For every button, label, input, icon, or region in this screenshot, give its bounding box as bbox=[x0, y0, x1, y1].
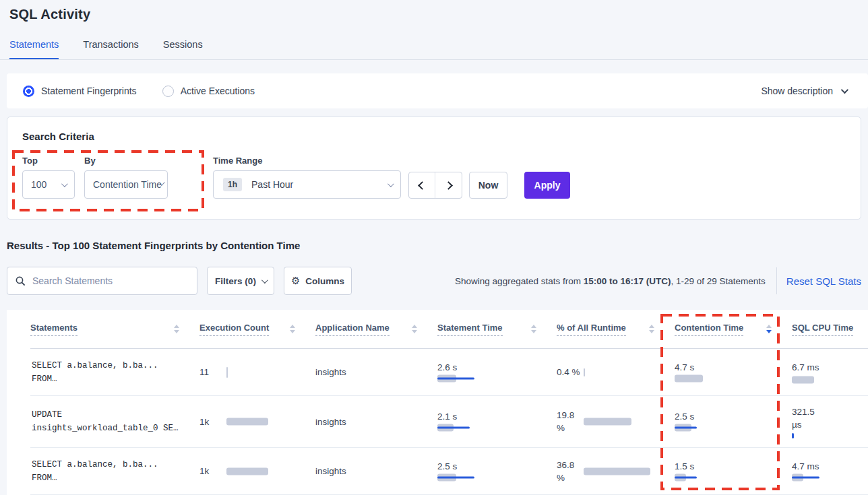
execution-count-cell: 1k bbox=[199, 417, 315, 427]
runtime-pct-cell: 0.4 % bbox=[557, 366, 675, 378]
tab-sessions[interactable]: Sessions bbox=[163, 39, 203, 59]
tab-bar: Statements Transactions Sessions bbox=[9, 39, 203, 59]
time-next-button[interactable] bbox=[435, 172, 462, 198]
show-description-toggle[interactable]: Show description bbox=[761, 73, 846, 108]
sql-cpu-time-cell: 321.5µs bbox=[792, 405, 868, 438]
show-description-label: Show description bbox=[761, 86, 833, 96]
now-button[interactable]: Now bbox=[469, 172, 507, 199]
radio-label: Active Executions bbox=[181, 86, 255, 96]
chevron-left-icon bbox=[418, 181, 427, 190]
application-name-cell: insights bbox=[315, 417, 437, 427]
statement-search-box bbox=[7, 267, 197, 295]
statement-fingerprint[interactable]: UPDATEinsights_workload_table_0 SE… bbox=[30, 408, 199, 435]
filters-button[interactable]: Filters (0) bbox=[207, 267, 274, 295]
by-select-value: Contention Time bbox=[85, 179, 162, 190]
columns-label: Columns bbox=[305, 276, 344, 286]
execution-count-cell: 11 bbox=[199, 367, 315, 377]
top-select-value: 100 bbox=[23, 179, 61, 190]
search-criteria-title: Search Criteria bbox=[22, 131, 94, 142]
radio-active-executions[interactable]: Active Executions bbox=[162, 86, 255, 97]
reset-sql-stats-link[interactable]: Reset SQL Stats bbox=[786, 275, 861, 287]
chevron-down-icon bbox=[841, 86, 848, 94]
filters-label: Filters (0) bbox=[215, 276, 256, 286]
statements-table: Statements Execution Count Application N… bbox=[7, 310, 868, 495]
radio-selected-icon[interactable] bbox=[23, 86, 34, 97]
sort-icon[interactable] bbox=[531, 325, 536, 333]
table-row[interactable]: UPDATEinsights_workload_table_0 SE… 1k i… bbox=[30, 396, 868, 448]
chevron-right-icon bbox=[444, 181, 453, 190]
top-label: Top bbox=[22, 156, 38, 166]
chevron-down-icon bbox=[261, 277, 268, 284]
statement-fingerprint[interactable]: SELECT a.balance, b.ba...FROM… bbox=[30, 458, 199, 485]
statement-time-cell: 2.5 s bbox=[437, 461, 557, 482]
time-range-badge: 1h bbox=[223, 178, 242, 191]
table-header-row: Statements Execution Count Application N… bbox=[30, 310, 868, 349]
column-header-execution-count[interactable]: Execution Count bbox=[199, 323, 315, 336]
top-select[interactable]: 100 bbox=[22, 170, 75, 199]
tab-statements[interactable]: Statements bbox=[9, 39, 59, 59]
time-range-value: Past Hour bbox=[242, 179, 388, 190]
table-row[interactable]: SELECT a.balance, b.ba...FROM… 1k insigh… bbox=[30, 448, 868, 495]
results-heading: Results - Top 100 Statement Fingerprints… bbox=[7, 240, 300, 251]
showing-stats-text: Showing aggregated stats from 15:00 to 1… bbox=[455, 276, 766, 286]
radio-unselected-icon[interactable] bbox=[162, 86, 174, 97]
chevron-down-icon bbox=[61, 180, 68, 187]
by-label: By bbox=[84, 156, 96, 166]
radio-statement-fingerprints[interactable]: Statement Fingerprints bbox=[23, 86, 137, 97]
time-nav-group bbox=[408, 172, 462, 199]
time-range-label: Time Range bbox=[213, 156, 262, 166]
vertical-divider bbox=[776, 267, 777, 294]
search-criteria-panel: Search Criteria Top 100 By Contention Ti… bbox=[7, 117, 861, 220]
contention-time-cell: 2.5 s bbox=[675, 411, 792, 432]
sort-icon[interactable] bbox=[412, 325, 417, 333]
table-row[interactable]: SELECT a.balance, b.ba...FROM… 11 insigh… bbox=[30, 349, 868, 396]
stats-summary: Showing aggregated stats from 15:00 to 1… bbox=[455, 267, 861, 295]
apply-button[interactable]: Apply bbox=[524, 172, 570, 199]
column-header-application-name[interactable]: Application Name bbox=[315, 323, 437, 336]
time-range-select[interactable]: 1h Past Hour bbox=[213, 170, 401, 199]
runtime-pct-cell: 36.8% bbox=[557, 459, 675, 484]
view-mode-panel: Statement Fingerprints Active Executions… bbox=[7, 73, 868, 108]
tab-transactions[interactable]: Transactions bbox=[83, 39, 138, 59]
statement-time-cell: 2.1 s bbox=[437, 411, 557, 432]
statement-fingerprint[interactable]: SELECT a.balance, b.ba...FROM… bbox=[30, 359, 199, 386]
application-name-cell: insights bbox=[315, 367, 437, 377]
search-input[interactable] bbox=[26, 275, 197, 286]
runtime-pct-cell: 19.8% bbox=[557, 409, 675, 434]
chevron-down-icon bbox=[388, 180, 394, 187]
column-header-statement-time[interactable]: Statement Time bbox=[437, 323, 557, 336]
column-header-runtime-pct[interactable]: % of All Runtime bbox=[557, 323, 675, 336]
contention-time-cell: 1.5 s bbox=[675, 461, 792, 482]
column-header-sql-cpu-time[interactable]: SQL CPU Time bbox=[792, 323, 868, 336]
contention-time-cell: 4.7 s bbox=[675, 362, 792, 383]
page-title: SQL Activity bbox=[9, 7, 90, 22]
column-header-contention-time[interactable]: Contention Time bbox=[675, 323, 792, 336]
gear-icon: ⚙ bbox=[291, 275, 300, 287]
radio-label: Statement Fingerprints bbox=[41, 86, 137, 96]
statement-time-cell: 2.6 s bbox=[437, 362, 557, 383]
column-header-statements[interactable]: Statements bbox=[30, 323, 199, 336]
sql-cpu-time-cell: 6.7 ms bbox=[792, 361, 868, 384]
sort-icon[interactable] bbox=[649, 325, 654, 333]
application-name-cell: insights bbox=[315, 466, 437, 476]
columns-button[interactable]: ⚙ Columns bbox=[284, 267, 352, 295]
by-select[interactable]: Contention Time bbox=[84, 170, 168, 199]
time-prev-button[interactable] bbox=[409, 172, 435, 198]
tabs-divider bbox=[0, 59, 868, 60]
execution-count-cell: 1k bbox=[199, 466, 315, 476]
sort-icon[interactable] bbox=[174, 325, 179, 333]
sql-cpu-time-cell: 4.7 ms bbox=[792, 461, 868, 482]
sort-icon[interactable] bbox=[290, 325, 295, 333]
sort-icon[interactable] bbox=[766, 325, 772, 333]
search-icon bbox=[16, 276, 26, 286]
